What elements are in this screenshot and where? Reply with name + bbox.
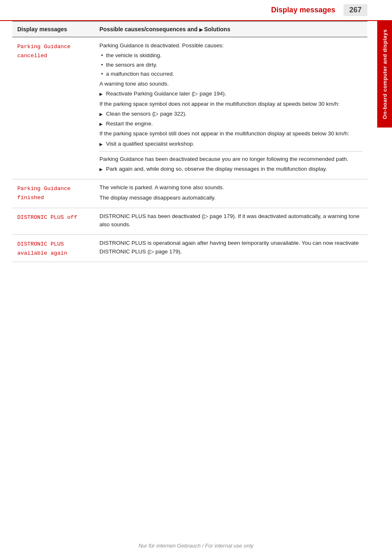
header-title: Display messages (271, 6, 335, 14)
display-message-code: Parking Guidancefinished (12, 179, 95, 208)
page-number: 267 (344, 4, 367, 16)
msg-code-line: Parking Guidance (17, 186, 71, 192)
footer-text: Nur für internen Gebrauch / For internal… (138, 543, 254, 549)
display-message-content: DISTRONIC PLUS is operational again afte… (95, 235, 367, 262)
msg-code-line: finished (17, 195, 44, 201)
display-message-code: DISTRONIC PLUS off (12, 208, 95, 235)
page-footer: Nur für internen Gebrauch / For internal… (0, 543, 392, 549)
msg-code-line: Parking Guidance (17, 44, 71, 50)
main-content: Display messages Possible causes/consequ… (0, 21, 392, 278)
display-message-content: DISTRONIC PLUS has been deactivated (▷ p… (95, 208, 367, 235)
content-text: The vehicle is parked. A warning tone al… (99, 183, 362, 192)
side-tab: On-board computer and displays (377, 21, 392, 128)
content-text: The display message disappears automatic… (99, 194, 362, 202)
arrow-item: Park again and, while doing so, observe … (99, 165, 362, 173)
content-text: DISTRONIC PLUS is operational again afte… (99, 239, 362, 256)
msg-code-line: cancelled (17, 53, 47, 59)
content-text: DISTRONIC PLUS has been deactivated (▷ p… (99, 212, 362, 229)
bullet-list: the vehicle is skidding.the sensors are … (99, 51, 362, 78)
content-text: Parking Guidance is deactivated. Possibl… (99, 42, 362, 50)
arrow-item: Reactivate Parking Guidance later (▷ pag… (99, 90, 362, 98)
msg-code-line: DISTRONIC PLUS (17, 241, 64, 247)
side-tab-label: On-board computer and displays (382, 29, 388, 119)
display-message-code: Parking Guidancecancelled (12, 37, 95, 179)
display-table: Display messages Possible causes/consequ… (12, 21, 367, 262)
content-text: Parking Guidance has been deactivated be… (99, 155, 362, 163)
msg-code-line: available again (17, 250, 67, 256)
list-item: the vehicle is skidding. (99, 51, 362, 60)
table-row: DISTRONIC PLUSavailable againDISTRONIC P… (12, 235, 367, 262)
list-item: the sensors are dirty. (99, 61, 362, 69)
col2-header: Possible causes/consequences and ▶ Solut… (95, 21, 367, 37)
page-header: Display messages 267 (0, 0, 392, 21)
msg-code-line: DISTRONIC PLUS off (17, 214, 77, 220)
section-divider (99, 151, 362, 152)
list-item: a malfunction has occurred. (99, 70, 362, 78)
display-message-code: DISTRONIC PLUSavailable again (12, 235, 95, 262)
table-row: Parking GuidancefinishedThe vehicle is p… (12, 179, 367, 208)
arrow-item: Clean the sensors (▷ page 322). (99, 110, 362, 118)
table-row: Parking GuidancecancelledParking Guidanc… (12, 37, 367, 179)
col1-header: Display messages (12, 21, 95, 37)
display-message-content: Parking Guidance is deactivated. Possibl… (95, 37, 367, 179)
arrow-item: Visit a qualified specialist workshop. (99, 140, 362, 148)
content-text: If the parking space symbol still does n… (99, 130, 362, 138)
table-row: DISTRONIC PLUS offDISTRONIC PLUS has bee… (12, 208, 367, 235)
arrow-item: Restart the engine. (99, 120, 362, 128)
content-text: A warning tone also sounds. (99, 80, 362, 88)
display-message-content: The vehicle is parked. A warning tone al… (95, 179, 367, 208)
content-text: If the parking space symbol does not app… (99, 100, 362, 108)
